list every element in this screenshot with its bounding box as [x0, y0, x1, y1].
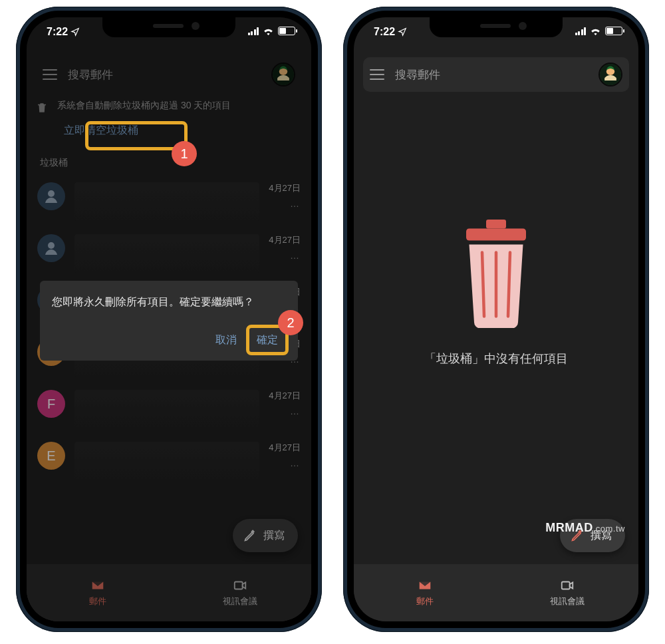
empty-state: 「垃圾桶」中沒有任何項目 [354, 17, 638, 564]
watermark: MRMAD.com.tw [545, 521, 625, 535]
cellular-signal-icon [248, 27, 259, 35]
notch [102, 17, 235, 37]
bottom-tab-bar: 郵件 視訊會議 [354, 564, 638, 621]
dialog-ok-button[interactable]: 確定 [249, 327, 286, 354]
svg-rect-9 [486, 220, 506, 229]
cellular-signal-icon [575, 27, 587, 35]
svg-line-12 [508, 253, 510, 317]
svg-rect-13 [562, 582, 570, 589]
svg-line-10 [482, 253, 484, 317]
wifi-icon [263, 27, 274, 35]
battery-icon [605, 27, 622, 35]
tab-mail-label: 郵件 [416, 595, 434, 607]
dialog-message: 您即將永久刪除所有項目。確定要繼續嗎？ [52, 294, 286, 309]
svg-rect-8 [466, 229, 526, 241]
wifi-icon [590, 27, 601, 35]
trash-illustration-icon [446, 215, 546, 328]
tab-meet[interactable]: 視訊會議 [496, 564, 638, 621]
tab-meet-label: 視訊會議 [550, 595, 585, 607]
battery-icon [278, 27, 295, 35]
status-time: 7:22 [47, 26, 68, 38]
status-time: 7:22 [374, 26, 395, 38]
video-icon [559, 578, 575, 593]
confirm-delete-dialog: 您即將永久刪除所有項目。確定要繼續嗎？ 取消 確定 [40, 281, 298, 361]
location-arrow-icon [398, 27, 407, 37]
dialog-cancel-button[interactable]: 取消 [207, 327, 245, 354]
tab-mail[interactable]: 郵件 [354, 564, 496, 621]
mail-icon [417, 578, 433, 593]
empty-state-text: 「垃圾桶」中沒有任何項目 [424, 351, 568, 367]
screen-right: 7:22 搜尋郵件 [354, 17, 638, 621]
location-arrow-icon [70, 27, 80, 37]
phone-mock-left: 7:22 搜尋郵件 系統會自動刪除垃圾桶內超過 3 [16, 7, 322, 632]
screen-left: 7:22 搜尋郵件 系統會自動刪除垃圾桶內超過 3 [27, 17, 311, 621]
phone-mock-right: 7:22 搜尋郵件 [343, 7, 649, 632]
notch [430, 17, 563, 37]
